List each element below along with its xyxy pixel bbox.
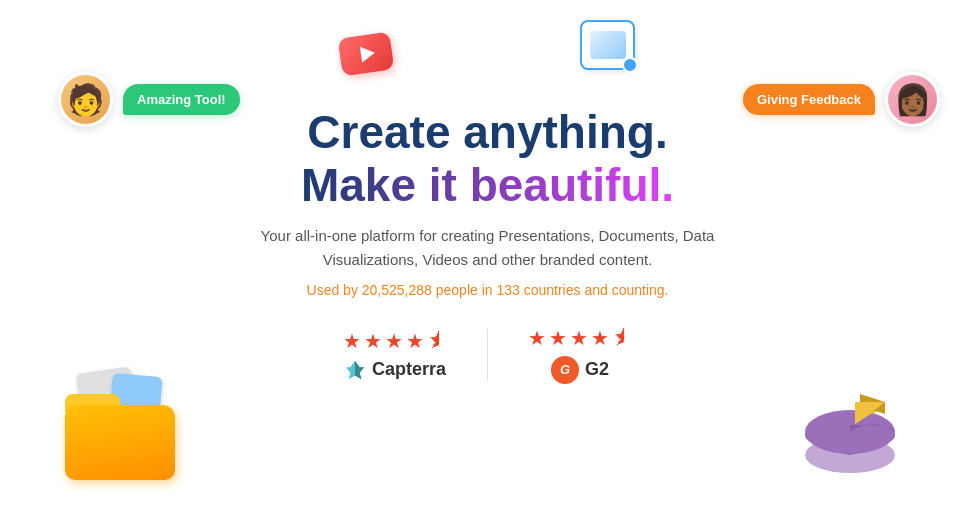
pie-chart-svg	[795, 380, 905, 480]
stats-text: Used by 20,525,288 people in 133 countri…	[307, 282, 669, 298]
star-g2-3: ★	[570, 326, 588, 350]
pie-chart-decoration	[790, 380, 920, 490]
bubble-right: Giving Feedback 👩🏾	[743, 72, 940, 127]
star-3: ★	[385, 329, 403, 353]
capterra-label: Capterra	[372, 359, 446, 380]
g2-rating: ★ ★ ★ ★ ⯨ G G2	[488, 326, 672, 384]
pie-chart	[790, 380, 910, 480]
image-edit-icon	[580, 20, 640, 75]
star-g2-1: ★	[528, 326, 546, 350]
star-1: ★	[343, 329, 361, 353]
g2-logo: G G2	[551, 356, 609, 384]
headline-line1: Create anything.	[301, 106, 674, 159]
ratings-row: ★ ★ ★ ★ ⯨ Capterra ★ ★ ★ ★ ⯨	[303, 326, 672, 384]
capterra-stars: ★ ★ ★ ★ ⯨	[343, 329, 447, 353]
capterra-rating: ★ ★ ★ ★ ⯨ Capterra	[303, 329, 488, 381]
avatar-male: 🧑	[58, 72, 113, 127]
g2-label: G2	[585, 359, 609, 380]
subheadline: Your all-in-one platform for creating Pr…	[248, 224, 728, 272]
star-g2-2: ★	[549, 326, 567, 350]
capterra-logo: Capterra	[344, 359, 446, 381]
folder-decoration	[55, 370, 195, 490]
g2-stars: ★ ★ ★ ★ ⯨	[528, 326, 632, 350]
capterra-logo-icon	[344, 359, 366, 381]
headline: Create anything. Make it beautiful.	[301, 106, 674, 212]
speech-bubble-amazing: Amazing Tool!	[123, 84, 240, 115]
star-2: ★	[364, 329, 382, 353]
hero-section: 🧑 Amazing Tool! Giving Feedback 👩🏾 Creat…	[0, 0, 975, 510]
star-g2-half: ⯨	[612, 326, 632, 350]
youtube-icon	[340, 35, 392, 87]
star-half: ⯨	[427, 329, 447, 353]
svg-marker-1	[355, 361, 364, 379]
headline-line2: Make it beautiful.	[301, 159, 674, 212]
speech-bubble-feedback: Giving Feedback	[743, 84, 875, 115]
star-g2-4: ★	[591, 326, 609, 350]
star-4: ★	[406, 329, 424, 353]
bubble-left: 🧑 Amazing Tool!	[58, 72, 240, 127]
g2-badge-icon: G	[551, 356, 579, 384]
folder-body	[65, 405, 175, 480]
avatar-female: 👩🏾	[885, 72, 940, 127]
